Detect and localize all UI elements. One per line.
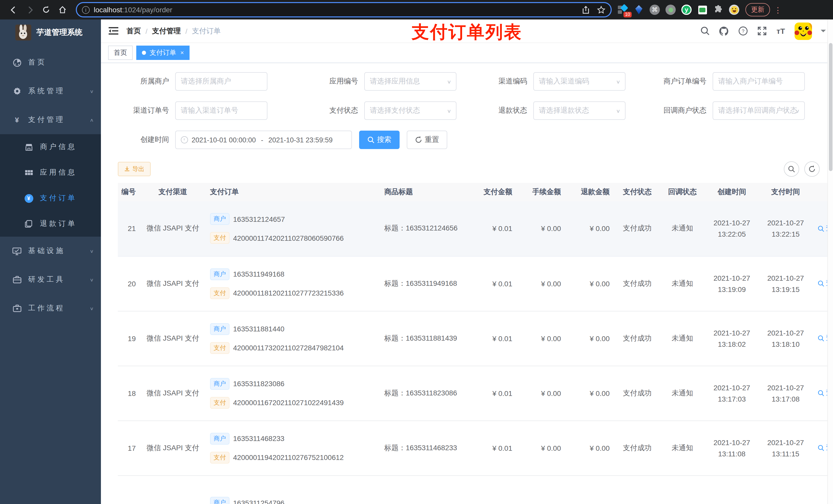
cell-created: 2021-10-2713:11:08 (705, 421, 759, 475)
extension-chat-icon[interactable] (697, 5, 708, 15)
cell-channel: 微信 JSAPI 支付 (141, 256, 205, 311)
breadcrumb-pay-manage[interactable]: 支付管理 (152, 26, 181, 35)
filter-group: 渠道订单号请输入渠道订单号 (118, 101, 307, 120)
select-filter[interactable]: 请选择应用信息∨ (364, 72, 456, 91)
cell-fee: ¥ 0.00 (518, 201, 566, 256)
create-time-label: 创建时间 (118, 135, 175, 144)
sidebar-item-pay-order[interactable]: ¥支付订单 (0, 186, 101, 211)
breadcrumb-home[interactable]: 首页 (126, 26, 141, 35)
table-toolbar: 导出 (118, 161, 833, 177)
orders-table-wrap: 编号支付渠道支付订单商品标题支付金额手续金额退款金额支付状态回调状态创建时间支付… (118, 183, 833, 504)
create-time-range-input[interactable]: 2021-10-01 00:00:00 - 2021-10-31 23:59:5… (175, 130, 352, 149)
tab-pay-order[interactable]: 支付订单× (136, 46, 190, 60)
table-header-row: 编号支付渠道支付订单商品标题支付金额手续金额退款金额支付状态回调状态创建时间支付… (118, 183, 833, 201)
search-button[interactable]: 搜索 (359, 130, 400, 149)
page-scrollbar[interactable] (827, 20, 833, 504)
pay-tag: 支付 (210, 397, 230, 408)
select-filter[interactable]: 请选择支付状态∨ (364, 101, 456, 120)
sidebar-item-refund-order[interactable]: 退款订单 (0, 211, 101, 237)
active-tab-dot (142, 51, 146, 55)
placeholder-text: 请选择应用信息 (370, 77, 420, 86)
sidebar-item-label: 商户信息 (40, 142, 94, 152)
font-size-icon[interactable]: ᴛT (776, 26, 786, 36)
browser-back-icon[interactable] (7, 3, 20, 16)
tab-label: 支付订单 (149, 48, 176, 57)
sidebar-item-workflow[interactable]: 工作流程∨ (0, 294, 101, 323)
sidebar-item-dev-tools[interactable]: 研发工具∨ (0, 265, 101, 294)
dashboard-icon (11, 58, 23, 67)
table-row: 19微信 JSAPI 支付 商户1635311881440 支付42000011… (118, 311, 833, 366)
sidebar-item-label: 支付订单 (40, 194, 94, 203)
reset-button[interactable]: 重置 (407, 130, 447, 149)
input-filter[interactable]: 请输入渠道订单号 (175, 101, 267, 120)
select-filter[interactable]: 请选择订单回调商户状态∨ (713, 101, 805, 120)
cell-fee: ¥ 0.00 (518, 366, 566, 421)
header-search-icon[interactable] (700, 26, 710, 36)
browser-home-icon[interactable] (56, 3, 69, 16)
browser-menu-icon[interactable]: ⋮ (774, 6, 782, 14)
sidebar-fold-icon[interactable] (106, 24, 120, 38)
address-bar[interactable]: i localhost:1024/pay/order (76, 2, 612, 18)
input-filter[interactable]: 请选择所属商户 (175, 72, 267, 91)
sidebar-item-app-info[interactable]: 应用信息 (0, 160, 101, 186)
column-header: 支付渠道 (141, 183, 205, 201)
merchant-order-no: 1635311468233 (233, 434, 284, 442)
select-filter[interactable]: 请选择退款状态∨ (533, 101, 625, 120)
select-filter[interactable]: 请输入渠道编码∨ (533, 72, 625, 91)
cell-created: 2021-10-2713:22:05 (705, 201, 759, 256)
tab-home[interactable]: 首页 (108, 46, 133, 60)
column-header: 支付金额 (469, 183, 518, 201)
sidebar-item-infrastructure[interactable]: 基础设施∨ (0, 237, 101, 265)
extension-command-icon[interactable]: ⌘ (649, 5, 660, 15)
topbar: 首页 / 支付管理 / 支付订单 支付订单列表 ? (101, 20, 833, 43)
user-menu-caret-icon[interactable] (821, 29, 826, 34)
channel-order-no: 4200001194202110276752100612 (233, 453, 344, 461)
extension-diamond-icon[interactable]: 10 (618, 5, 628, 15)
scrollbar-thumb[interactable] (829, 43, 832, 171)
merchant-tag: 商户 (210, 497, 230, 504)
browser-profile-avatar[interactable] (729, 5, 739, 15)
tab-close-icon[interactable]: × (180, 49, 184, 56)
cell-amount: ¥ 0.01 (469, 421, 518, 475)
filter-row-1: 所属商户请选择所属商户应用编号请选择应用信息∨渠道编码请输入渠道编码∨商户订单编… (118, 72, 833, 91)
refresh-icon[interactable] (804, 161, 820, 177)
user-avatar[interactable] (794, 22, 812, 40)
cell-order-numbers: 商户1635311823086 支付4200001167202110271022… (205, 366, 379, 421)
bookmark-star-icon[interactable] (597, 5, 605, 14)
input-filter[interactable]: 请输入商户订单编号 (713, 72, 805, 91)
export-button[interactable]: 导出 (118, 162, 151, 176)
share-icon[interactable] (582, 5, 590, 14)
cell-channel: 微信 JSAPI 支付 (141, 311, 205, 366)
sidebar-item-label: 支付管理 (28, 115, 90, 124)
toggle-search-icon[interactable] (784, 161, 799, 177)
sidebar-item-label: 研发工具 (28, 275, 90, 284)
sidebar-item-home[interactable]: 首页 (0, 48, 101, 77)
svg-text:?: ? (742, 28, 744, 34)
github-icon[interactable] (719, 26, 729, 36)
app-logo[interactable]: 芋道管理系统 (0, 20, 101, 45)
cell-order-numbers: 商户1635311254796 (205, 475, 379, 504)
extension-y-icon[interactable]: y (681, 5, 692, 15)
select-caret-icon: ∨ (616, 108, 620, 114)
pay-tag: 支付 (210, 287, 230, 299)
help-icon[interactable]: ? (738, 26, 748, 36)
placeholder-text: 请输入渠道订单号 (181, 106, 238, 115)
browser-update-button[interactable]: 更新 (745, 3, 770, 16)
cell-order-numbers: 商户1635312124657 支付4200001174202110278060… (205, 201, 379, 256)
extension-kite-icon[interactable] (634, 5, 644, 15)
cell-order-numbers: 商户1635311881440 支付4200001173202110272847… (205, 311, 379, 366)
browser-toolbar: i localhost:1024/pay/order 10 ⌘ y (0, 0, 833, 20)
sidebar-item-system[interactable]: 系统管理∨ (0, 77, 101, 105)
extension-record-icon[interactable] (665, 5, 676, 15)
fullscreen-icon[interactable] (757, 26, 767, 36)
merchant-order-no: 1635312124657 (233, 215, 285, 223)
browser-forward-icon[interactable] (23, 3, 37, 16)
cell-fee: ¥ 0.00 (518, 256, 566, 311)
sidebar-item-merchant-info[interactable]: 商户信息 (0, 134, 101, 160)
extensions-puzzle-icon[interactable] (713, 5, 723, 15)
cell-paid: 2021-10-2713:22:15 (759, 201, 812, 256)
column-header: 商品标题 (379, 183, 469, 201)
browser-reload-icon[interactable] (40, 3, 53, 16)
sidebar-item-payment[interactable]: ¥支付管理∧ (0, 105, 101, 134)
site-info-icon[interactable]: i (82, 6, 90, 14)
